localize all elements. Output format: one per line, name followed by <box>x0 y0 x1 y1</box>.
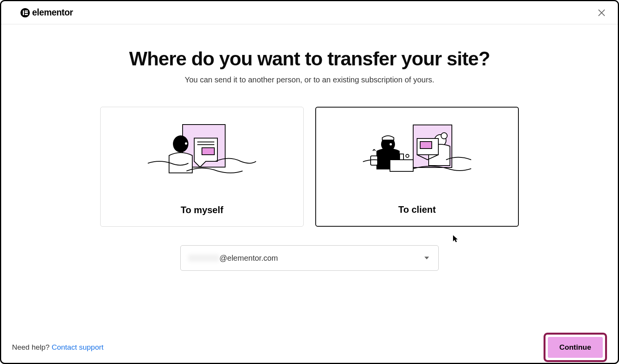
page-title: Where do you want to transfer your site? <box>129 48 490 70</box>
email-value: @elementor.com <box>188 254 278 263</box>
email-dropdown[interactable]: @elementor.com <box>180 245 439 271</box>
close-icon <box>598 9 605 16</box>
close-button[interactable] <box>597 8 606 17</box>
svg-rect-18 <box>400 154 404 160</box>
option-label-myself: To myself <box>181 205 223 215</box>
svg-point-19 <box>406 154 409 157</box>
transfer-options: To myself <box>100 107 519 227</box>
illustration-to-client <box>363 123 471 189</box>
modal-footer: Need help? Contact support Continue <box>1 332 618 363</box>
dropdown-caret-icon <box>424 257 429 260</box>
svg-point-13 <box>441 133 447 139</box>
option-label-client: To client <box>398 204 436 215</box>
email-suffix: @elementor.com <box>219 254 278 263</box>
contact-support-link[interactable]: Contact support <box>51 343 103 351</box>
option-to-client[interactable]: To client <box>315 107 519 227</box>
page-subtitle: You can send it to another person, or to… <box>185 75 434 84</box>
svg-rect-16 <box>420 142 432 149</box>
elementor-logo-text: elementor <box>32 7 73 18</box>
svg-rect-11 <box>371 156 378 165</box>
elementor-logo-icon <box>21 8 30 17</box>
modal-header: elementor <box>1 1 618 24</box>
continue-button[interactable]: Continue <box>548 337 603 358</box>
help-prefix: Need help? <box>12 343 51 351</box>
illustration-to-myself <box>148 123 256 188</box>
help-text: Need help? Contact support <box>12 343 104 352</box>
option-to-myself[interactable]: To myself <box>100 107 304 227</box>
svg-rect-7 <box>202 148 214 155</box>
continue-highlight: Continue <box>544 333 607 362</box>
svg-point-10 <box>390 143 392 145</box>
svg-point-4 <box>185 142 187 145</box>
svg-rect-17 <box>390 160 413 171</box>
elementor-logo: elementor <box>21 7 73 18</box>
main-content: Where do you want to transfer your site?… <box>1 24 618 271</box>
email-redacted-prefix <box>188 255 219 261</box>
